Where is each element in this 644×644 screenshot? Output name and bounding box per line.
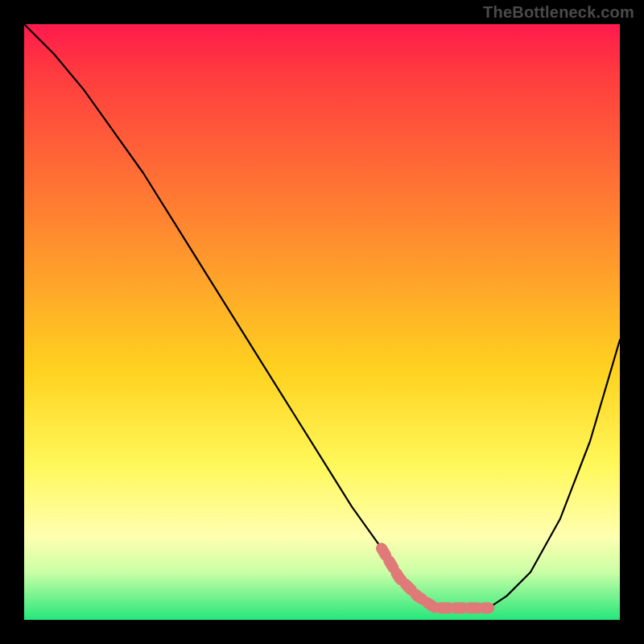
watermark-text: TheBottleneck.com xyxy=(483,3,634,22)
chart-frame: TheBottleneck.com xyxy=(0,0,644,644)
highlight-segment xyxy=(382,548,489,608)
plot-area xyxy=(24,24,620,620)
bottleneck-curve xyxy=(24,24,620,608)
chart-overlay xyxy=(24,24,620,620)
